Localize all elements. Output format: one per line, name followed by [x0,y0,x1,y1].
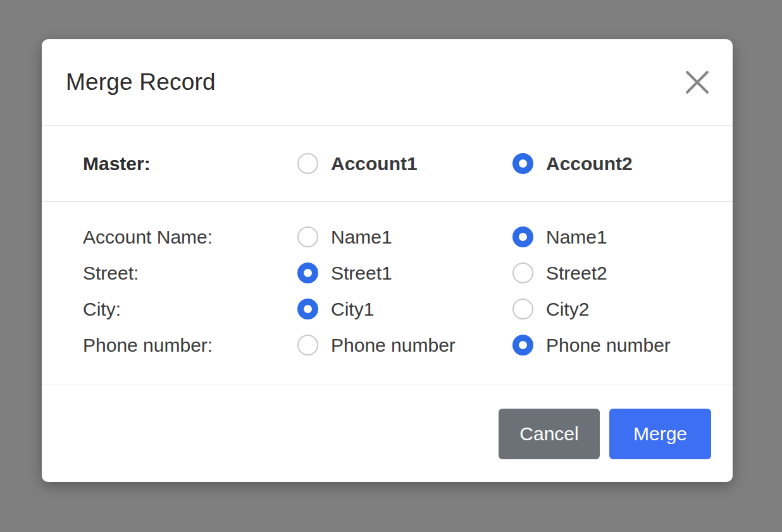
dialog-footer: Cancel Merge [42,385,733,482]
option-left[interactable]: Street1 [297,263,512,284]
master-option-account2[interactable]: Account2 [512,153,733,175]
field-label: Account Name: [83,226,297,248]
radio-option-label[interactable]: City1 [331,299,374,320]
radio-option-label[interactable]: Street1 [331,263,392,284]
radio-button[interactable] [297,226,318,247]
modal-backdrop: Merge Record Master: Account1 Account2 [0,0,782,532]
radio-button[interactable] [512,335,533,356]
radio-option-label[interactable]: Account2 [546,153,633,175]
merge-record-dialog: Merge Record Master: Account1 Account2 [42,39,733,482]
field-row-city: City: City1 City2 [42,291,733,327]
close-button[interactable] [681,66,714,99]
radio-button[interactable] [297,153,318,174]
radio-option-label[interactable]: Name1 [546,226,607,248]
radio-button[interactable] [512,263,533,283]
option-right[interactable]: City2 [512,299,733,320]
master-option-account1[interactable]: Account1 [297,153,512,175]
radio-button[interactable] [297,263,318,283]
field-row-account-name: Account Name: Name1 Name1 [42,219,733,255]
option-left[interactable]: City1 [297,299,512,320]
field-label: Street: [83,263,297,284]
fields-section: Account Name: Name1 Name1 Street: Street… [42,201,733,385]
master-label: Master: [83,153,297,175]
radio-option-label[interactable]: Street2 [546,263,607,284]
close-icon [685,70,710,95]
dialog-title: Merge Record [66,69,216,96]
master-section: Master: Account1 Account2 [42,126,733,201]
option-right[interactable]: Phone number [512,335,733,356]
option-right[interactable]: Name1 [512,226,733,248]
field-label: City: [83,299,297,320]
radio-option-label[interactable]: Phone number [546,335,671,356]
cancel-button[interactable]: Cancel [499,409,600,459]
radio-option-label[interactable]: Phone number [331,335,456,356]
field-row-street: Street: Street1 Street2 [42,255,733,291]
option-left[interactable]: Name1 [297,226,512,248]
radio-button[interactable] [512,153,533,174]
radio-button[interactable] [297,299,318,319]
master-row: Master: Account1 Account2 [42,153,733,175]
option-left[interactable]: Phone number [297,335,512,356]
radio-option-label[interactable]: Account1 [331,153,418,175]
radio-button[interactable] [512,226,533,247]
field-label: Phone number: [83,335,297,356]
option-right[interactable]: Street2 [512,263,733,284]
radio-option-label[interactable]: Name1 [331,226,392,248]
merge-button[interactable]: Merge [609,409,711,459]
radio-button[interactable] [297,335,318,356]
radio-option-label[interactable]: City2 [546,299,589,320]
radio-button[interactable] [512,299,533,319]
field-row-phone-number: Phone number: Phone number Phone number [42,327,733,363]
dialog-header: Merge Record [42,39,733,126]
